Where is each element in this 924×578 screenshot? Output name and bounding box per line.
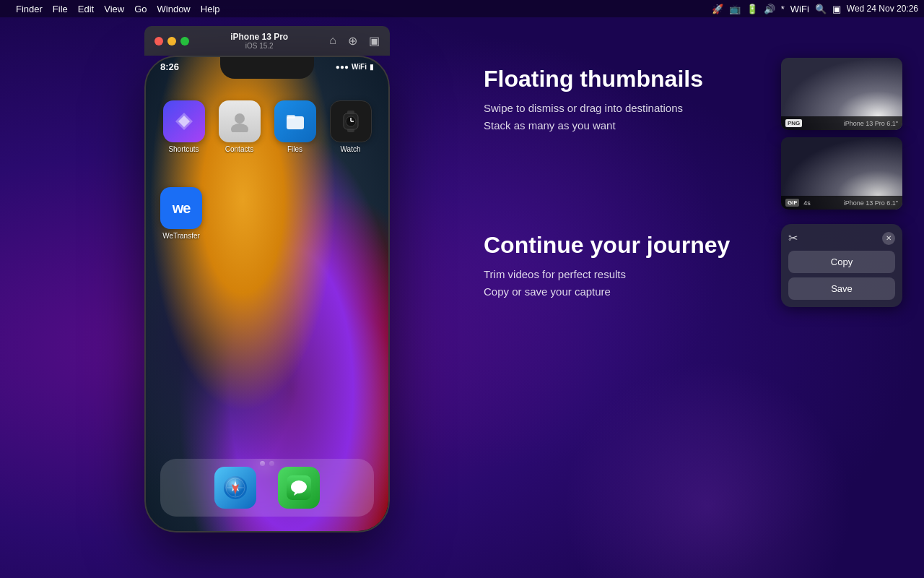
svg-point-0 — [235, 113, 245, 124]
toolbar-icons: ⌂ ⊕ ▣ — [329, 34, 380, 48]
thumbnail-gif: GIF 4s iPhone 13 Pro 6.1" — [781, 137, 902, 210]
menubar-view[interactable]: View — [104, 4, 124, 14]
dock-safari[interactable] — [214, 467, 256, 509]
floating-thumbnails-text: Floating thumbnails Swipe to dismiss or … — [484, 58, 767, 134]
menubar-go[interactable]: Go — [134, 4, 147, 14]
device-label: iPhone 13 Pro iOS 15.2 — [196, 32, 322, 50]
gif-duration: 4s — [803, 199, 811, 207]
thumbnail-png-footer: PNG iPhone 13 Pro 6.1" — [781, 116, 902, 130]
floating-thumbnails-title: Floating thumbnails — [484, 65, 767, 92]
app-files[interactable]: Files — [271, 100, 318, 153]
journey-desc-line1: Trim videos for perfect results — [484, 268, 626, 280]
rocket-icon: 🚀 — [712, 4, 723, 14]
rotate-toolbar-icon[interactable]: ▣ — [369, 34, 380, 48]
desc-line2: Stack as many as you want — [484, 119, 616, 131]
right-content: Floating thumbnails Swipe to dismiss or … — [484, 58, 902, 307]
screenshot-toolbar-icon[interactable]: ⊕ — [348, 34, 357, 48]
menubar: Finder File Edit View Go Window Help 🚀 📺… — [0, 0, 924, 17]
thumbnails-stack: PNG iPhone 13 Pro 6.1" GIF 4s iPhone 13 … — [781, 58, 902, 210]
png-device: iPhone 13 Pro 6.1" — [844, 120, 898, 127]
app-wetransfer[interactable]: we WeTransfer — [160, 187, 202, 240]
menubar-window[interactable]: Window — [157, 4, 191, 14]
journey-title: Continue your journey — [484, 231, 767, 259]
files-icon — [274, 100, 316, 142]
status-time: 8:26 — [160, 61, 179, 72]
status-icons: ●●● WiFi ▮ — [336, 63, 374, 71]
journey-desc: Trim videos for perfect results Copy or … — [484, 266, 767, 301]
wetransfer-text: we — [173, 200, 191, 217]
datetime-display: Wed 24 Nov 20:26 — [847, 4, 918, 14]
floating-thumbnails-section: Floating thumbnails Swipe to dismiss or … — [484, 58, 902, 210]
svg-rect-3 — [287, 115, 295, 118]
iphone-simulator: iPhone 13 Pro iOS 15.2 ⌂ ⊕ ▣ 8:26 ●●● W — [144, 26, 390, 532]
iphone-toolbar: iPhone 13 Pro iOS 15.2 ⌂ ⊕ ▣ — [144, 26, 390, 56]
menubar-edit[interactable]: Edit — [78, 4, 94, 14]
shortcuts-icon — [163, 100, 205, 142]
menubar-help[interactable]: Help — [201, 4, 220, 14]
floating-thumbnails-desc: Swipe to dismiss or drag into destinatio… — [484, 100, 767, 134]
battery-icon: 🔋 — [746, 4, 758, 14]
shortcuts-label: Shortcuts — [168, 145, 199, 153]
battery-status-icon: ▮ — [370, 63, 374, 71]
menu-extras-icon[interactable]: ▣ — [832, 4, 841, 14]
app-watch[interactable]: Watch — [327, 100, 374, 153]
copy-save-header: ✂ ✕ — [788, 231, 895, 245]
device-os: iOS 15.2 — [196, 42, 322, 50]
iphone-dock — [160, 459, 374, 517]
gif-device: iPhone 13 Pro 6.1" — [844, 199, 898, 207]
iphone-frame: 8:26 ●●● WiFi ▮ Shortcuts — [144, 56, 390, 532]
bluetooth-icon: * — [781, 4, 785, 14]
dock-messages[interactable] — [278, 467, 320, 509]
wifi-icon: WiFi — [790, 4, 809, 14]
home-toolbar-icon[interactable]: ⌂ — [329, 34, 336, 48]
wetransfer-icon: we — [160, 187, 202, 229]
close-card-button[interactable]: ✕ — [882, 232, 895, 245]
app-grid-row1: Shortcuts Contacts — [160, 100, 374, 153]
close-window-button[interactable] — [154, 37, 163, 46]
traffic-lights — [154, 37, 189, 46]
wetransfer-label: WeTransfer — [162, 232, 200, 240]
fullscreen-window-button[interactable] — [180, 37, 189, 46]
journey-text: Continue your journey Trim videos for pe… — [484, 224, 767, 301]
signal-icon: ●●● — [336, 63, 349, 71]
contacts-icon — [219, 100, 261, 142]
wifi-status-icon: WiFi — [352, 63, 367, 71]
thumbnail-png: PNG iPhone 13 Pro 6.1" — [781, 58, 902, 130]
menubar-finder[interactable]: Finder — [16, 4, 43, 14]
svg-point-17 — [291, 480, 307, 493]
watch-label: Watch — [341, 145, 361, 153]
app-shortcuts[interactable]: Shortcuts — [160, 100, 207, 153]
copy-save-card: ✂ ✕ Copy Save — [781, 224, 902, 307]
thumbnail-gif-footer: GIF 4s iPhone 13 Pro 6.1" — [781, 196, 902, 210]
app-contacts[interactable]: Contacts — [216, 100, 263, 153]
save-button[interactable]: Save — [788, 277, 895, 300]
airplay-icon: 📺 — [729, 4, 741, 14]
gif-badge: GIF — [785, 199, 799, 207]
copy-button[interactable]: Copy — [788, 251, 895, 273]
search-icon[interactable]: 🔍 — [815, 4, 827, 14]
device-name: iPhone 13 Pro — [196, 32, 322, 42]
iphone-notch — [220, 57, 314, 79]
minimize-window-button[interactable] — [167, 37, 176, 46]
power-button — [388, 158, 390, 209]
volume-icon: 🔊 — [764, 4, 775, 14]
continue-journey-section: Continue your journey Trim videos for pe… — [484, 224, 902, 307]
watch-icon — [330, 100, 372, 142]
scissors-icon: ✂ — [788, 231, 798, 245]
contacts-label: Contacts — [225, 145, 253, 153]
png-badge: PNG — [785, 119, 802, 127]
svg-point-1 — [231, 124, 248, 132]
iphone-screen: 8:26 ●●● WiFi ▮ Shortcuts — [146, 57, 388, 531]
journey-desc-line2: Copy or save your capture — [484, 285, 611, 298]
menubar-file[interactable]: File — [53, 4, 68, 14]
desc-line1: Swipe to dismiss or drag into destinatio… — [484, 102, 683, 114]
app-grid-row2: we WeTransfer — [160, 187, 202, 240]
files-label: Files — [287, 145, 302, 153]
